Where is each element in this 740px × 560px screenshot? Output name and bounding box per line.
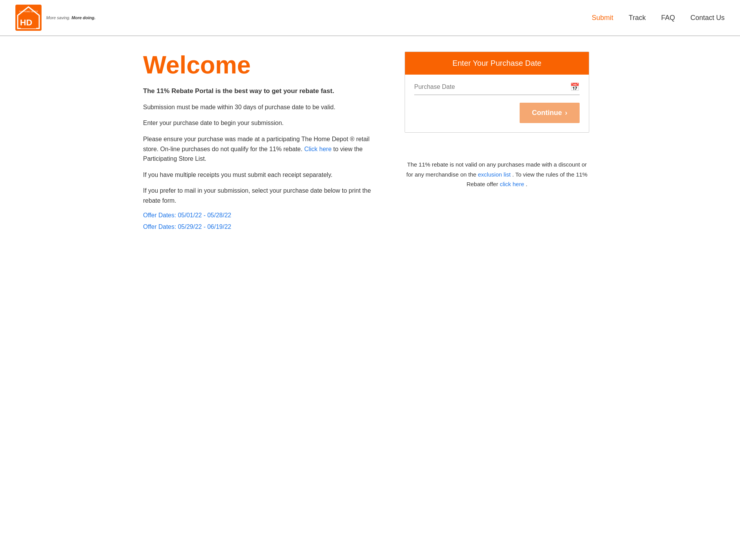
click-here-link[interactable]: Click here	[304, 146, 332, 152]
continue-label: Continue	[532, 109, 562, 117]
nav-faq[interactable]: FAQ	[661, 14, 675, 22]
left-column: Welcome The 11% Rebate Portal is the bes…	[143, 52, 382, 235]
paragraph-4: If you have multiple receipts you must s…	[143, 170, 382, 180]
logo-tagline: More saving. More doing.	[46, 15, 95, 20]
main-nav: Submit Track FAQ Contact Us	[592, 14, 725, 22]
disclaimer-text: The 11% rebate is not valid on any purch…	[405, 160, 589, 189]
calendar-icon[interactable]: 📅	[570, 82, 580, 92]
welcome-title: Welcome	[143, 52, 382, 78]
paragraph-5: If you prefer to mail in your submission…	[143, 186, 382, 205]
right-column: Enter Your Purchase Date 📅 Continue › Th…	[405, 52, 589, 235]
offer-dates-2[interactable]: Offer Dates: 05/29/22 - 06/19/22	[143, 223, 382, 230]
paragraph-3: Please ensure your purchase was made at …	[143, 134, 382, 164]
date-card: Enter Your Purchase Date 📅 Continue ›	[405, 52, 589, 133]
main-content: Welcome The 11% Rebate Portal is the bes…	[128, 36, 612, 250]
offer-dates-1[interactable]: Offer Dates: 05/01/22 - 05/28/22	[143, 212, 382, 219]
disclaimer-part3: .	[526, 181, 527, 187]
date-card-body: 📅 Continue ›	[405, 75, 589, 132]
hd-logo-icon: HD THE HOME DEPOT	[15, 5, 42, 31]
intro-bold-text: The 11% Rebate Portal is the best way to…	[143, 86, 382, 96]
nav-contact[interactable]: Contact Us	[690, 14, 725, 22]
exclusion-list-link[interactable]: exclusion list	[478, 171, 511, 178]
site-header: HD THE HOME DEPOT More saving. More doin…	[0, 0, 740, 36]
svg-text:THE HOME DEPOT: THE HOME DEPOT	[19, 10, 38, 13]
svg-text:HD: HD	[20, 18, 32, 27]
purchase-date-input[interactable]	[414, 83, 570, 90]
paragraph-1: Submission must be made within 30 days o…	[143, 102, 382, 112]
rules-click-here-link[interactable]: click here	[500, 181, 524, 187]
continue-button[interactable]: Continue ›	[520, 103, 580, 123]
continue-arrow: ›	[565, 109, 567, 117]
nav-track[interactable]: Track	[629, 14, 646, 22]
paragraph-2: Enter your purchase date to begin your s…	[143, 118, 382, 128]
date-input-row: 📅	[414, 82, 580, 95]
nav-submit[interactable]: Submit	[592, 14, 613, 22]
date-card-header: Enter Your Purchase Date	[405, 52, 589, 75]
logo-area: HD THE HOME DEPOT More saving. More doin…	[15, 5, 95, 31]
